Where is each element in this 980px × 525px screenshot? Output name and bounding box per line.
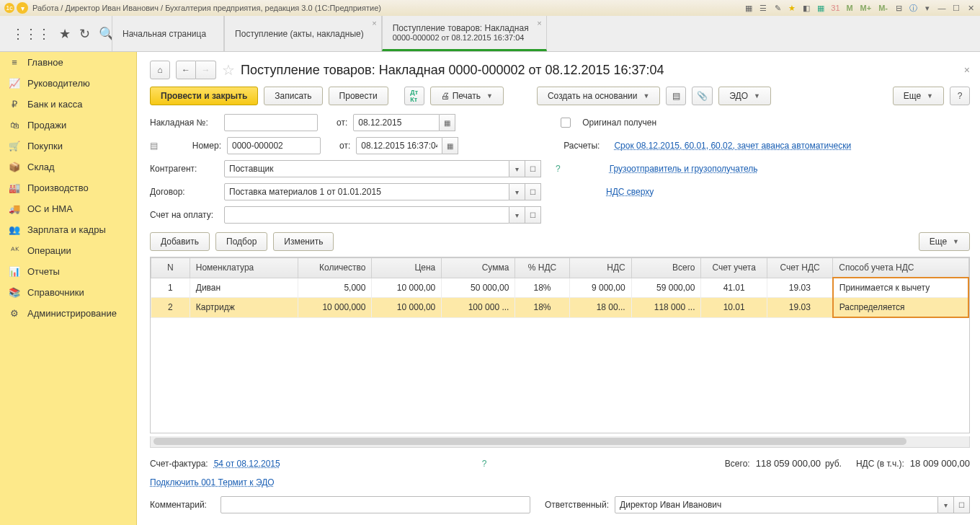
minimize-icon[interactable]: —	[937, 3, 947, 13]
th-total[interactable]: Всего	[631, 258, 701, 278]
sidebar-item-main[interactable]: ≡Главное	[0, 52, 136, 73]
sidebar-item-purchases[interactable]: 🛒Покупки	[0, 136, 136, 156]
dropdown-icon[interactable]: ▾	[509, 160, 525, 177]
doc-icon-button[interactable]: ▤	[666, 87, 686, 105]
shipper-link[interactable]: Грузоотправитель и грузополучатель	[610, 164, 758, 174]
m-button[interactable]: M	[845, 4, 854, 12]
dropdown-icon[interactable]: ▾	[509, 183, 525, 200]
history-icon[interactable]: ↻	[79, 26, 90, 42]
dropdown-icon[interactable]: ▾	[938, 496, 954, 513]
sidebar-item-assets[interactable]: 🚚ОС и НМА	[0, 198, 136, 219]
table-row[interactable]: 1Диван5,00010 000,0050 000,0018%9 000,00…	[151, 278, 969, 298]
print-button[interactable]: 🖨Печать▼	[430, 87, 504, 105]
tab-receipts[interactable]: Поступление (акты, накладные)×	[224, 16, 382, 51]
responsible-input[interactable]	[615, 496, 938, 513]
dk-button[interactable]: ДтКт	[404, 87, 424, 105]
sidebar-item-manager[interactable]: 📈Руководителю	[0, 73, 136, 94]
sidebar-item-sales[interactable]: 🛍Продажи	[0, 115, 136, 136]
edo-button[interactable]: ЭДО▼	[718, 87, 771, 105]
table-more-button[interactable]: Еще▼	[919, 232, 970, 251]
info-icon[interactable]: ⓘ	[908, 3, 918, 13]
sidebar-item-ref[interactable]: 📚Справочники	[0, 282, 136, 303]
calendar-icon[interactable]: ▦	[440, 114, 455, 131]
dropdown-icon[interactable]: ▾	[509, 206, 525, 224]
toolbar-icon-9[interactable]: ⊟	[894, 3, 904, 13]
sidebar-item-operations[interactable]: ᴬᴷОперации	[0, 240, 136, 261]
favorite-icon[interactable]: ★	[59, 26, 71, 42]
th-mode[interactable]: Способ учета НДС	[833, 258, 968, 278]
bill-input[interactable]	[224, 206, 509, 224]
items-table[interactable]: N Номенклатура Количество Цена Сумма % Н…	[150, 257, 970, 433]
th-acc[interactable]: Счет учета	[701, 258, 767, 278]
add-button[interactable]: Добавить	[150, 232, 210, 251]
pick-button[interactable]: Подбор	[215, 232, 267, 251]
help-icon[interactable]: ?	[556, 164, 561, 174]
th-vacc[interactable]: Счет НДС	[767, 258, 832, 278]
close-icon[interactable]: ×	[372, 19, 376, 27]
maximize-icon[interactable]: ☐	[951, 3, 961, 13]
tab-receipt-doc[interactable]: Поступление товаров: Накладная 0000-0000…	[382, 16, 547, 51]
invoice-no-input[interactable]	[224, 114, 318, 131]
original-checkbox[interactable]	[561, 118, 571, 128]
dropdown-icon[interactable]: ▾	[922, 3, 932, 13]
sidebar-item-admin[interactable]: ⚙Администрирование	[0, 303, 136, 324]
forward-button[interactable]: →	[196, 61, 216, 79]
open-icon[interactable]: ☐	[954, 496, 970, 513]
star-icon[interactable]: ☆	[222, 61, 235, 79]
edit-button[interactable]: Изменить	[273, 232, 334, 251]
m-plus-button[interactable]: M+	[859, 4, 873, 12]
toolbar-icon-1[interactable]: ▦	[744, 3, 754, 13]
comment-input[interactable]	[220, 496, 530, 513]
th-n[interactable]: N	[151, 258, 190, 278]
back-button[interactable]: ←	[176, 61, 196, 79]
attach-button[interactable]: 📎	[692, 87, 713, 105]
counterparty-input[interactable]	[224, 160, 509, 177]
toolbar-icon-5[interactable]: ◧	[801, 3, 811, 13]
calc-link[interactable]: Срок 08.12.2015, 60.01, 60.02, зачет ава…	[614, 141, 851, 151]
favorite-icon[interactable]: ★	[787, 3, 797, 13]
vat-link[interactable]: НДС сверху	[606, 187, 654, 197]
tab-home[interactable]: Начальная страница	[112, 16, 224, 51]
sidebar-item-bank[interactable]: ₽Банк и касса	[0, 94, 136, 115]
open-icon[interactable]: ☐	[525, 206, 541, 224]
dropdown-icon[interactable]: ▾	[17, 2, 28, 14]
contract-input[interactable]	[224, 183, 509, 200]
sidebar-item-warehouse[interactable]: 📦Склад	[0, 156, 136, 177]
th-qty[interactable]: Количество	[298, 258, 372, 278]
help-icon[interactable]: ?	[482, 459, 487, 469]
help-button[interactable]: ?	[950, 87, 970, 105]
close-icon[interactable]: ×	[537, 19, 541, 27]
th-item[interactable]: Номенклатура	[190, 258, 298, 278]
table-row[interactable]: 2Картридж10 000,00010 000,00100 000 ...1…	[151, 298, 969, 318]
home-button[interactable]: ⌂	[150, 61, 170, 79]
edo-connect-link[interactable]: Подключить 001 Термит к ЭДО	[150, 477, 275, 488]
th-sum[interactable]: Сумма	[442, 258, 515, 278]
th-price[interactable]: Цена	[372, 258, 442, 278]
invoice-date-input[interactable]	[353, 114, 440, 131]
apps-icon[interactable]: ⋮⋮⋮	[12, 26, 50, 42]
h-scrollbar[interactable]	[150, 436, 970, 448]
m-minus-button[interactable]: M-	[877, 4, 889, 12]
th-vatp[interactable]: % НДС	[515, 258, 569, 278]
toolbar-icon-2[interactable]: ☰	[758, 3, 768, 13]
post-close-button[interactable]: Провести и закрыть	[150, 87, 258, 105]
calc-icon[interactable]: ▦	[816, 3, 826, 13]
sidebar-item-production[interactable]: 🏭Производство	[0, 177, 136, 198]
save-button[interactable]: Записать	[264, 87, 322, 105]
close-panel-icon[interactable]: ×	[964, 64, 970, 76]
close-icon[interactable]: ✕	[966, 3, 976, 13]
open-icon[interactable]: ☐	[525, 160, 541, 177]
th-vat[interactable]: НДС	[569, 258, 631, 278]
open-icon[interactable]: ☐	[525, 183, 541, 200]
calendar-icon[interactable]: 31	[830, 3, 840, 13]
number-input[interactable]	[227, 137, 321, 154]
more-button[interactable]: Еще▼	[893, 87, 944, 105]
post-button[interactable]: Провести	[329, 87, 388, 105]
calendar-icon[interactable]: ▦	[442, 137, 458, 154]
sidebar-item-reports[interactable]: 📊Отчеты	[0, 261, 136, 282]
sf-link[interactable]: 54 от 08.12.2015	[214, 459, 280, 469]
toolbar-icon-3[interactable]: ✎	[772, 3, 783, 13]
sidebar-item-hr[interactable]: 👥Зарплата и кадры	[0, 219, 136, 240]
create-based-button[interactable]: Создать на основании▼	[537, 87, 660, 105]
number-date-input[interactable]	[356, 137, 442, 154]
